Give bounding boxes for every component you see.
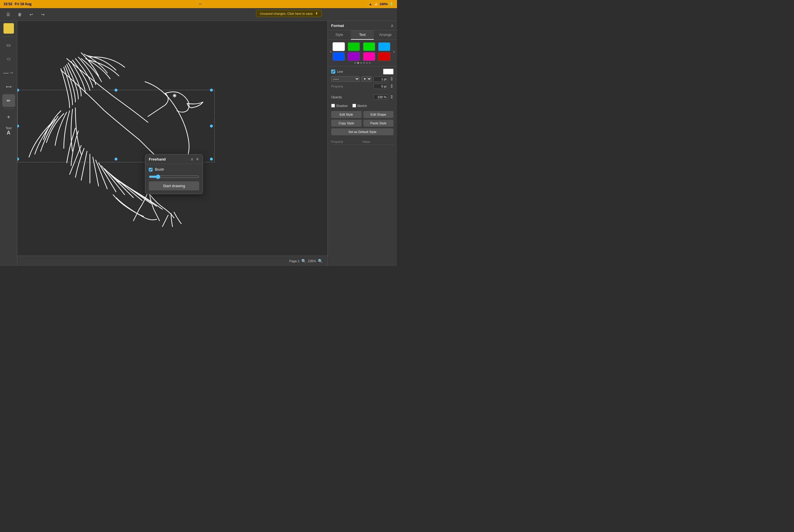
color-swatch-purple[interactable] xyxy=(348,52,360,61)
status-right: ▲ 📶 100% 🔋 xyxy=(369,2,393,6)
freehand-title: Freehand xyxy=(149,157,166,162)
selection-handle-ml[interactable] xyxy=(17,125,19,128)
panel-collapse-button[interactable]: ∧ xyxy=(391,23,393,28)
opacity-label: Opacity xyxy=(331,95,372,99)
color-dot-4[interactable] xyxy=(366,62,368,64)
opacity-section: Opacity 100 % ⇕ xyxy=(328,93,397,102)
perimeter-row: Property 0 pt ⇕ xyxy=(331,83,393,89)
perimeter-label: Property xyxy=(331,84,372,88)
color-swatch-green2[interactable] xyxy=(363,42,375,51)
selection-handle-tl[interactable] xyxy=(17,89,19,92)
freehand-minimize-button[interactable]: ∧ xyxy=(190,157,193,162)
text-label: Text xyxy=(5,126,11,130)
color-section: ‹ › xyxy=(328,40,397,66)
sidebar-divider-2 xyxy=(3,109,14,109)
color-prev-button[interactable]: ‹ xyxy=(330,49,331,54)
undo-button[interactable]: ↩ xyxy=(27,10,36,19)
bird-drawing xyxy=(23,30,241,232)
color-swatch-cyan[interactable] xyxy=(378,42,390,51)
panel-title: Format xyxy=(331,23,344,28)
set-default-style-button[interactable]: Set as Default Style xyxy=(331,128,393,135)
line-style-select[interactable]: —— - - - ··· xyxy=(331,76,359,82)
tab-style[interactable]: Style xyxy=(328,31,351,40)
text-icon: A xyxy=(7,130,11,136)
double-arrow-icon: ⟺ xyxy=(6,84,12,89)
selection-handle-bl[interactable] xyxy=(17,158,19,160)
color-dot-5[interactable] xyxy=(369,62,371,64)
freehand-icon: ✏ xyxy=(7,98,11,103)
page-label: Page-1 xyxy=(289,259,299,263)
right-panel-tabs: Style Text Arrange xyxy=(328,31,397,40)
line-color-swatch[interactable] xyxy=(383,69,393,74)
freehand-close-button[interactable]: ✕ xyxy=(196,157,199,162)
property-col-header: Property xyxy=(331,140,363,144)
right-panel-header: Format ∧ xyxy=(328,21,397,31)
color-dot-0[interactable] xyxy=(354,62,356,64)
color-swatch-red[interactable] xyxy=(378,52,390,61)
battery-icon: 🔋 xyxy=(389,2,393,6)
opacity-value: 100 % xyxy=(373,94,388,100)
tab-arrange[interactable]: Arrange xyxy=(374,31,397,40)
color-swatch-blue[interactable] xyxy=(333,52,345,61)
date: Fri 19 Aug xyxy=(15,2,32,6)
status-left: 15:52 Fri 19 Aug xyxy=(3,2,32,6)
battery-label: 100% xyxy=(380,2,388,6)
rect-icon: ▭ xyxy=(6,42,11,48)
menu-button[interactable]: ☰ xyxy=(3,10,13,19)
zoom-out-button[interactable]: 🔍 xyxy=(301,259,306,263)
color-dot-1[interactable] xyxy=(357,62,359,64)
shadow-label: Shadow xyxy=(336,104,348,108)
start-drawing-button[interactable]: Start drawing xyxy=(149,182,199,190)
toolbar: ☰ 🗑 ↩ ↪ xyxy=(0,8,397,21)
page-info: Page-1 🔍 235% 🔍 xyxy=(289,259,323,263)
brush-row: Brush xyxy=(149,168,199,172)
color-swatch-green1[interactable] xyxy=(348,42,360,51)
sidebar-tool-double-arrow[interactable]: ⟺ xyxy=(2,80,15,93)
color-swatch-pink[interactable] xyxy=(363,52,375,61)
sidebar-tool-add[interactable]: + xyxy=(2,111,15,124)
signal-icon: ▲ xyxy=(369,2,372,6)
freehand-controls: ∧ ✕ xyxy=(190,157,199,162)
line-weight-spinner[interactable]: ⇕ xyxy=(390,76,393,82)
edit-style-button[interactable]: Edit Style xyxy=(331,111,362,118)
sidebar-tool-rect[interactable]: ▭ xyxy=(2,39,15,51)
shadow-sketch-section: Shadow Sketch xyxy=(328,102,397,109)
color-nav: ‹ › xyxy=(330,42,395,61)
prop-table-header: Property Value xyxy=(331,139,393,145)
line-checkbox[interactable] xyxy=(331,70,335,74)
copy-style-button[interactable]: Copy Style xyxy=(331,120,362,127)
shadow-toggle: Shadow xyxy=(331,104,348,108)
sketch-toggle: Sketch xyxy=(352,104,367,108)
color-swatch-white[interactable] xyxy=(333,42,345,51)
sidebar-tool-ellipse[interactable]: ⬭ xyxy=(2,53,15,65)
shadow-checkbox[interactable] xyxy=(331,104,335,108)
perimeter-spinner[interactable]: ⇕ xyxy=(390,83,393,89)
paste-style-button[interactable]: Paste Style xyxy=(363,120,394,127)
brush-size-slider[interactable] xyxy=(149,174,199,179)
action-buttons: Edit Style Edit Shape Copy Style Paste S… xyxy=(328,109,397,138)
freehand-header: Freehand ∧ ✕ xyxy=(145,154,203,164)
line-end-select[interactable]: ▼ xyxy=(361,76,372,82)
color-dot-2[interactable] xyxy=(360,62,362,64)
freehand-body: Brush Start drawing xyxy=(145,164,203,194)
sidebar-tool-freehand[interactable]: ✏ xyxy=(2,94,15,107)
sketch-checkbox[interactable] xyxy=(352,104,356,108)
tab-text[interactable]: Text xyxy=(351,31,374,40)
unsaved-changes-button[interactable]: Unsaved changes. Click here to save. ⬇ xyxy=(256,10,321,17)
sidebar-tool-arrow[interactable]: —→ xyxy=(2,66,15,79)
right-panel: Format ∧ Style Text Arrange ‹ › xyxy=(327,21,397,266)
edit-shape-button[interactable]: Edit Shape xyxy=(363,111,394,118)
delete-button[interactable]: 🗑 xyxy=(15,10,24,19)
value-col-header: Value xyxy=(363,140,394,144)
wifi-icon: 📶 xyxy=(374,2,378,6)
redo-button[interactable]: ↪ xyxy=(38,10,48,19)
color-next-button[interactable]: › xyxy=(393,49,395,54)
color-dot-3[interactable] xyxy=(363,62,365,64)
opacity-spinner[interactable]: ⇕ xyxy=(390,94,393,100)
sidebar-tool-text[interactable]: Text A xyxy=(2,125,15,137)
brush-checkbox[interactable] xyxy=(149,168,152,172)
time: 15:52 xyxy=(3,2,13,6)
zoom-in-button[interactable]: 🔍 xyxy=(318,259,323,263)
fill-color-swatch[interactable] xyxy=(3,23,14,34)
status-bar: 15:52 Fri 19 Aug ··· ▲ 📶 100% 🔋 xyxy=(0,0,397,8)
